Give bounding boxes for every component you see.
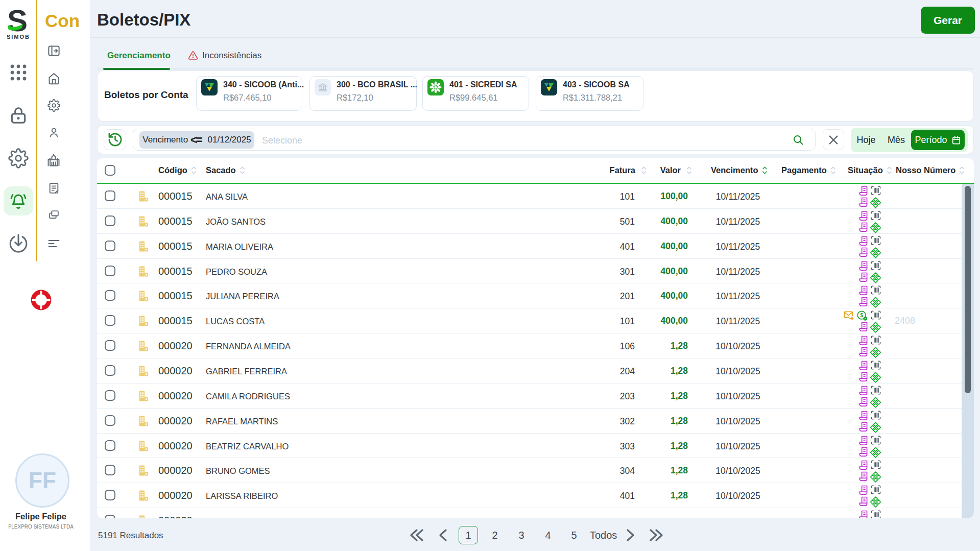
svg-text:$: $ xyxy=(860,313,863,318)
